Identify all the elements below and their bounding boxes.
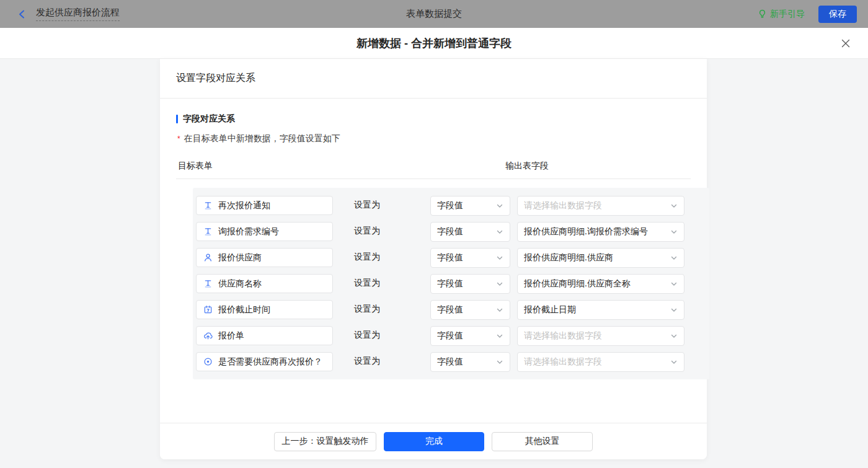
chevron-down-icon xyxy=(670,358,678,366)
app-topbar: 发起供应商报价流程 表单数据提交 新手引导 保存 xyxy=(0,0,868,28)
chevron-down-icon xyxy=(670,202,678,210)
chevron-down-icon xyxy=(670,228,678,236)
set-as-label: 设置为 xyxy=(354,356,380,367)
chevron-down-icon xyxy=(670,332,678,340)
calendar-icon xyxy=(203,305,213,315)
chevron-down-icon xyxy=(496,358,503,366)
output-field-select[interactable]: 报价供应商明细.供应商 xyxy=(517,248,684,268)
chevron-down-icon xyxy=(496,306,503,314)
card-footer: 上一步：设置触发动作 完成 其他设置 xyxy=(160,423,707,459)
target-field-box[interactable]: 询报价需求编号 xyxy=(196,222,333,241)
value-type-value: 字段值 xyxy=(437,200,463,211)
value-type-select[interactable]: 字段值 xyxy=(430,352,510,372)
mapping-row: 再次报价通知 设置为 字段值 请选择输出数据字段 xyxy=(196,196,709,222)
set-as-label: 设置为 xyxy=(354,330,380,341)
card-header-title: 设置字段对应关系 xyxy=(160,59,707,99)
value-type-value: 字段值 xyxy=(437,278,463,289)
output-field-value: 报价供应商明细.询报价需求编号 xyxy=(524,226,648,237)
back-button[interactable] xyxy=(16,8,29,20)
output-field-value: 报价供应商明细.供应商 xyxy=(524,252,613,263)
value-type-select[interactable]: 字段值 xyxy=(430,326,510,346)
upload-cloud-icon xyxy=(203,331,213,341)
text-field-icon xyxy=(203,201,213,211)
output-field-select[interactable]: 报价供应商明细.询报价需求编号 xyxy=(517,222,684,242)
output-field-value: 报价截止日期 xyxy=(524,304,576,316)
section-title-text: 字段对应关系 xyxy=(183,113,235,125)
target-field-box[interactable]: 报价单 xyxy=(196,326,333,345)
radio-icon xyxy=(203,357,213,367)
target-field-box[interactable]: 再次报价通知 xyxy=(196,196,333,215)
other-settings-button[interactable]: 其他设置 xyxy=(492,432,593,451)
set-as-label: 设置为 xyxy=(354,278,380,289)
chevron-down-icon xyxy=(496,280,503,288)
text-field-icon xyxy=(203,227,213,237)
section-title: 字段对应关系 xyxy=(176,113,691,125)
target-field-box[interactable]: 是否需要供应商再次报价？ xyxy=(196,352,333,371)
value-type-select[interactable]: 字段值 xyxy=(430,274,510,294)
mapping-row: 报价单 设置为 字段值 请选择输出数据字段 xyxy=(196,326,709,352)
mapping-rows: 再次报价通知 设置为 字段值 请选择输出数据字段 询报价需求编号 设置为 字段值 xyxy=(193,188,709,379)
beginner-guide-label: 新手引导 xyxy=(770,9,805,20)
output-field-value: 请选择输出数据字段 xyxy=(524,330,602,342)
person-icon xyxy=(203,253,213,263)
lightbulb-icon xyxy=(758,9,767,19)
value-type-select[interactable]: 字段值 xyxy=(430,248,510,268)
node-title: 表单数据提交 xyxy=(0,8,868,20)
output-field-value: 报价供应商明细.供应商全称 xyxy=(524,278,631,289)
close-icon xyxy=(841,38,851,48)
modal-header: 新增数据 - 合并新增到普通字段 xyxy=(0,28,868,59)
set-as-label: 设置为 xyxy=(354,226,380,237)
process-name[interactable]: 发起供应商报价流程 xyxy=(36,7,120,21)
output-field-select[interactable]: 报价截止日期 xyxy=(517,300,684,320)
chevron-down-icon xyxy=(496,332,503,340)
mapping-row: 报价截止时间 设置为 字段值 报价截止日期 xyxy=(196,300,709,326)
section-accent-bar xyxy=(176,115,178,123)
set-as-label: 设置为 xyxy=(354,200,380,211)
value-type-select[interactable]: 字段值 xyxy=(430,222,510,242)
section-hint: *在目标表单中新增数据，字段值设置如下 xyxy=(177,133,691,144)
value-type-value: 字段值 xyxy=(437,304,463,316)
value-type-value: 字段值 xyxy=(437,252,463,263)
chevron-down-icon xyxy=(496,202,503,210)
output-field-select[interactable]: 请选择输出数据字段 xyxy=(517,196,684,216)
target-field-box[interactable]: 报价截止时间 xyxy=(196,300,333,319)
required-mark: * xyxy=(177,135,180,143)
modal-title: 新增数据 - 合并新增到普通字段 xyxy=(0,28,868,59)
target-field-box[interactable]: 供应商名称 xyxy=(196,274,333,293)
output-field-select[interactable]: 请选择输出数据字段 xyxy=(517,326,684,346)
output-field-value: 请选择输出数据字段 xyxy=(524,200,602,211)
beginner-guide-link[interactable]: 新手引导 xyxy=(758,9,805,20)
chevron-down-icon xyxy=(670,254,678,262)
value-type-select[interactable]: 字段值 xyxy=(430,196,510,216)
column-output-field: 输出表字段 xyxy=(505,161,549,172)
close-button[interactable] xyxy=(838,36,853,51)
hint-text: 在目标表单中新增数据，字段值设置如下 xyxy=(184,133,340,143)
chevron-down-icon xyxy=(670,306,678,314)
prev-step-button[interactable]: 上一步：设置触发动作 xyxy=(274,432,376,451)
chevron-down-icon xyxy=(496,228,503,236)
done-button[interactable]: 完成 xyxy=(384,432,484,451)
target-field-box[interactable]: 报价供应商 xyxy=(196,248,333,267)
save-button[interactable]: 保存 xyxy=(818,6,857,23)
mapping-row: 询报价需求编号 设置为 字段值 报价供应商明细.询报价需求编号 xyxy=(196,222,709,248)
set-as-label: 设置为 xyxy=(354,304,380,315)
set-as-label: 设置为 xyxy=(354,252,380,263)
chevron-down-icon xyxy=(496,254,503,262)
value-type-value: 字段值 xyxy=(437,330,463,342)
chevron-left-icon xyxy=(17,9,27,19)
value-type-value: 字段值 xyxy=(437,226,463,237)
output-field-select[interactable]: 请选择输出数据字段 xyxy=(517,352,684,372)
chevron-down-icon xyxy=(670,280,678,288)
mapping-row: 报价供应商 设置为 字段值 报价供应商明细.供应商 xyxy=(196,248,709,274)
mapping-row: 是否需要供应商再次报价？ 设置为 字段值 请选择输出数据字段 xyxy=(196,352,709,378)
field-mapping-section: 字段对应关系 *在目标表单中新增数据，字段值设置如下 目标表单 输出表字段 再次… xyxy=(160,99,707,379)
column-target-form: 目标表单 xyxy=(178,161,213,172)
text-field-icon xyxy=(203,279,213,289)
column-headers: 目标表单 输出表字段 xyxy=(176,159,691,179)
value-type-select[interactable]: 字段值 xyxy=(430,300,510,320)
mapping-row: 供应商名称 设置为 字段值 报价供应商明细.供应商全称 xyxy=(196,274,709,300)
value-type-value: 字段值 xyxy=(437,356,463,368)
output-field-value: 请选择输出数据字段 xyxy=(524,356,602,368)
output-field-select[interactable]: 报价供应商明细.供应商全称 xyxy=(517,274,684,294)
settings-card: 设置字段对应关系 字段对应关系 *在目标表单中新增数据，字段值设置如下 目标表单… xyxy=(160,59,707,459)
